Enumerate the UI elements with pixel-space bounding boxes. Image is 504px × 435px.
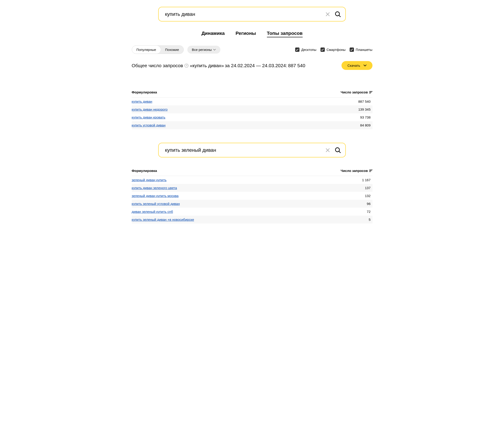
row-count: 93 738 (360, 115, 371, 119)
row-phrase-link[interactable]: купить диван (132, 100, 152, 103)
tab-tops[interactable]: Топы запросов (267, 30, 303, 37)
filters-row: Популярные Похожие Все регионы Десктопы (132, 46, 372, 54)
summary-text: Общее число запросов ? «купить диван» за… (132, 63, 305, 68)
header-phrase: Формулировка (132, 169, 157, 173)
checkbox-box (321, 47, 325, 52)
table-2: Формулировка Число запросов зеленый дива… (132, 167, 372, 223)
question-circle-icon: ? (184, 64, 189, 68)
row-count: 132 (365, 194, 370, 198)
region-select[interactable]: Все регионы (187, 46, 220, 54)
summary-row: Общее число запросов ? «купить диван» за… (132, 61, 372, 70)
table-row: купить диван недорого139 345 (132, 105, 372, 113)
magnifier-icon (335, 147, 341, 153)
table-row: зеленый диван купить1 167 (132, 176, 372, 184)
close-icon (326, 12, 330, 16)
table-row: зеленый диван купить москва132 (132, 192, 372, 200)
table-1: Формулировка Число запросов купить диван… (132, 88, 372, 129)
row-count: 96 (367, 202, 371, 206)
search-icon-1[interactable] (334, 11, 341, 18)
magnifier-icon (335, 11, 341, 18)
sort-icon (369, 169, 372, 172)
tab-dynamics[interactable]: Динамика (201, 30, 225, 37)
segmented-toggle: Популярные Похожие (132, 46, 184, 54)
checkbox-desktop-label: Десктопы (301, 48, 316, 52)
table-row: купить угловой диван84 809 (132, 121, 372, 129)
summary-total: 887 540 (288, 63, 305, 68)
checkbox-box (295, 47, 299, 52)
checkbox-tablet[interactable]: Планшеты (350, 47, 372, 52)
search-box-1[interactable] (158, 7, 346, 21)
table-row: купить зеленый угловой диван96 (132, 200, 372, 208)
header-count[interactable]: Число запросов (341, 169, 372, 173)
row-phrase-link[interactable]: купить угловой диван (132, 123, 166, 127)
summary-prefix: Общее число запросов (132, 63, 183, 68)
segment-popular[interactable]: Популярные (132, 46, 161, 54)
row-count: 5 (369, 218, 370, 222)
table-row: купить диван зеленого цвета137 (132, 184, 372, 192)
row-phrase-link[interactable]: зеленый диван купить (132, 178, 167, 182)
segment-similar[interactable]: Похожие (161, 46, 183, 54)
row-count: 137 (365, 186, 370, 190)
header-count[interactable]: Число запросов (341, 90, 372, 94)
clear-icon-1[interactable] (325, 11, 330, 17)
row-count: 1 167 (362, 178, 371, 182)
summary-quote: «купить диван» (190, 63, 224, 68)
help-icon[interactable]: ? (184, 64, 189, 68)
search-box-2[interactable] (158, 143, 346, 157)
row-phrase-link[interactable]: купить диван недорого (132, 107, 168, 111)
checkbox-smartphone-label: Смартфоны (327, 48, 346, 52)
close-icon (326, 148, 330, 152)
search-input-2[interactable] (165, 147, 325, 153)
row-phrase-link[interactable]: зеленый диван купить москва (132, 194, 179, 198)
chevron-down-icon (213, 49, 216, 51)
chevron-down-icon (363, 65, 367, 66)
filters-right: Десктопы Смартфоны Планшеты (295, 47, 372, 52)
search-wrapper-2 (132, 143, 372, 157)
header-phrase: Формулировка (132, 90, 157, 94)
sort-icon (369, 91, 372, 94)
region-label: Все регионы (192, 48, 212, 52)
tabs-row: Динамика Регионы Топы запросов (132, 30, 372, 37)
header-count-label: Число запросов (341, 90, 368, 94)
row-phrase-link[interactable]: купить диван кровать (132, 115, 165, 119)
row-phrase-link[interactable]: диван зеленый купить спб (132, 210, 173, 213)
check-icon (321, 49, 324, 51)
download-label: Скачать (347, 64, 360, 67)
download-button[interactable]: Скачать (342, 61, 372, 70)
checkbox-box (350, 47, 354, 52)
table-row: купить диван кровать93 738 (132, 113, 372, 121)
row-count: 139 345 (358, 107, 370, 111)
row-phrase-link[interactable]: купить диван зеленого цвета (132, 186, 177, 190)
table-row: купить зеленый диван +в новосибирске5 (132, 216, 372, 223)
tab-regions[interactable]: Регионы (235, 30, 256, 37)
search-wrapper-1 (132, 7, 372, 21)
search-input-1[interactable] (165, 11, 325, 17)
check-icon (350, 49, 353, 51)
table-row: диван зеленый купить спб72 (132, 208, 372, 216)
row-phrase-link[interactable]: купить зеленый диван +в новосибирске (132, 218, 194, 222)
summary-period: за 24.02.2024 — 24.03.2024: (225, 63, 287, 68)
row-count: 72 (367, 210, 371, 213)
check-icon (296, 49, 298, 51)
filters-left: Популярные Похожие Все регионы (132, 46, 220, 54)
svg-text:?: ? (186, 64, 187, 67)
header-count-label: Число запросов (341, 169, 368, 173)
table-row: купить диван887 540 (132, 98, 372, 105)
clear-icon-2[interactable] (325, 148, 330, 153)
row-count: 887 540 (358, 100, 370, 103)
row-phrase-link[interactable]: купить зеленый угловой диван (132, 202, 180, 206)
search-icon-2[interactable] (334, 147, 341, 154)
checkbox-smartphone[interactable]: Смартфоны (321, 47, 346, 52)
row-count: 84 809 (360, 123, 371, 127)
table-header: Формулировка Число запросов (132, 167, 372, 176)
checkbox-tablet-label: Планшеты (356, 48, 372, 52)
table-header: Формулировка Число запросов (132, 88, 372, 98)
checkbox-desktop[interactable]: Десктопы (295, 47, 316, 52)
